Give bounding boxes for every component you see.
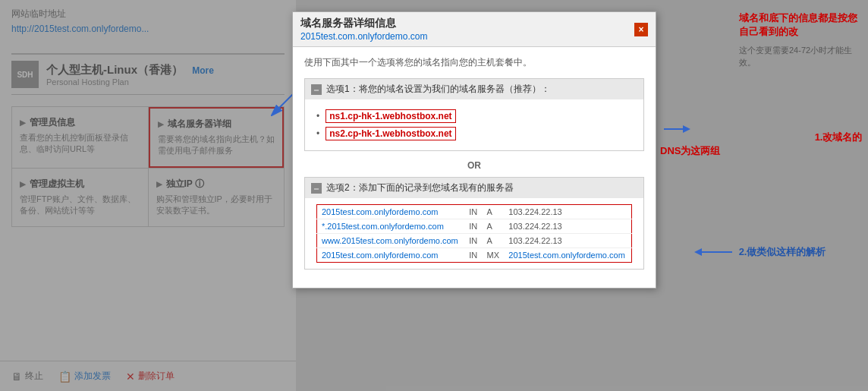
dns-table: 2015test.com.onlyfordemo.com IN A 103.22… xyxy=(316,204,632,263)
dns-domain: 2015test.com.onlyfordemo.com xyxy=(317,205,465,219)
dns-table-row: 2015test.com.onlyfordemo.com IN MX 2015t… xyxy=(317,248,632,263)
annotation-top-red: 域名和底下的信息都是按您自己看到的改 xyxy=(739,11,860,39)
arrow-svg-1 xyxy=(660,118,812,140)
dns-value: 103.224.22.13 xyxy=(504,219,631,234)
ns1-bullet: • xyxy=(316,111,319,121)
modal-title: 域名服务器详细信息 xyxy=(300,17,427,30)
dns-class: IN xyxy=(464,205,482,219)
modal-header: 域名服务器详细信息 2015test.com.onlyfordemo.com × xyxy=(293,12,656,47)
option1-content: • ns1.cp-hk-1.webhostbox.net • ns2.cp-hk… xyxy=(305,99,643,150)
dns-class: IN xyxy=(464,248,482,263)
dns-table-row: 2015test.com.onlyfordemo.com IN A 103.22… xyxy=(317,205,632,219)
dns-type: MX xyxy=(483,248,505,263)
ns2-entry: • ns2.cp-hk-1.webhostbox.net xyxy=(316,127,632,140)
dns-parse-annotation: 2.做类似这样的解析 xyxy=(690,243,826,262)
or-divider: OR xyxy=(304,160,644,171)
option2-collapse-button[interactable]: － xyxy=(311,183,322,194)
modal-close-button[interactable]: × xyxy=(634,23,648,36)
dns-type: A xyxy=(483,234,505,248)
dns-table-row: *.2015test.com.onlyfordemo.com IN A 103.… xyxy=(317,219,632,234)
dns-arrow-annotation: 1.改域名的DNS为这两组 xyxy=(660,118,868,158)
dns-type: A xyxy=(483,219,505,234)
option2-header: － 选项2：添加下面的记录到您域名现有的服务器 xyxy=(305,178,643,198)
modal-intro-text: 使用下面其中一个选项将您的域名指向您的主机套餐中。 xyxy=(304,56,644,69)
dns-table-row: www.2015test.com.onlyfordemo.com IN A 10… xyxy=(317,234,632,248)
ns1-value: ns1.cp-hk-1.webhostbox.net xyxy=(326,109,455,123)
right-annotation: 域名和底下的信息都是按您自己看到的改 这个变更需要24-72小时才能生效。 xyxy=(739,11,860,68)
ns2-value: ns2.cp-hk-1.webhostbox.net xyxy=(326,127,455,140)
dns-value: 103.224.22.13 xyxy=(504,205,631,219)
dns-value: 2015test.com.onlyfordemo.com xyxy=(504,248,631,263)
ns2-bullet: • xyxy=(316,128,319,139)
arrow-svg-2 xyxy=(690,243,736,262)
modal-body: 使用下面其中一个选项将您的域名指向您的主机套餐中。 － 选项1：将您的域名设置为… xyxy=(293,47,656,288)
dns-class: IN xyxy=(464,234,482,248)
option2-content: 2015test.com.onlyfordemo.com IN A 103.22… xyxy=(305,198,643,269)
svg-marker-4 xyxy=(694,248,702,256)
option1-header: － 选项1：将您的域名设置为我们的域名服务器（推荐）： xyxy=(305,79,643,99)
dns-type: A xyxy=(483,205,505,219)
annotation-change-time: 这个变更需要24-72小时才能生效。 xyxy=(739,45,860,68)
option2-section: － 选项2：添加下面的记录到您域名现有的服务器 2015test.com.onl… xyxy=(304,177,644,270)
dns-domain: www.2015test.com.onlyfordemo.com xyxy=(317,234,465,248)
modal-domain: 2015test.com.onlyfordemo.com xyxy=(300,31,427,42)
ns1-entry: • ns1.cp-hk-1.webhostbox.net xyxy=(316,109,632,123)
dns-value: 103.224.22.13 xyxy=(504,234,631,248)
dns-class: IN xyxy=(464,219,482,234)
option1-section: － 选项1：将您的域名设置为我们的域名服务器（推荐）： • ns1.cp-hk-… xyxy=(304,78,644,151)
modal-title-group: 域名服务器详细信息 2015test.com.onlyfordemo.com xyxy=(300,17,427,42)
dns-domain: 2015test.com.onlyfordemo.com xyxy=(317,248,465,263)
dns-domain: *.2015test.com.onlyfordemo.com xyxy=(317,219,465,234)
option1-collapse-button[interactable]: － xyxy=(311,84,322,95)
nameserver-modal: 域名服务器详细信息 2015test.com.onlyfordemo.com ×… xyxy=(292,11,656,289)
svg-marker-2 xyxy=(683,125,690,133)
